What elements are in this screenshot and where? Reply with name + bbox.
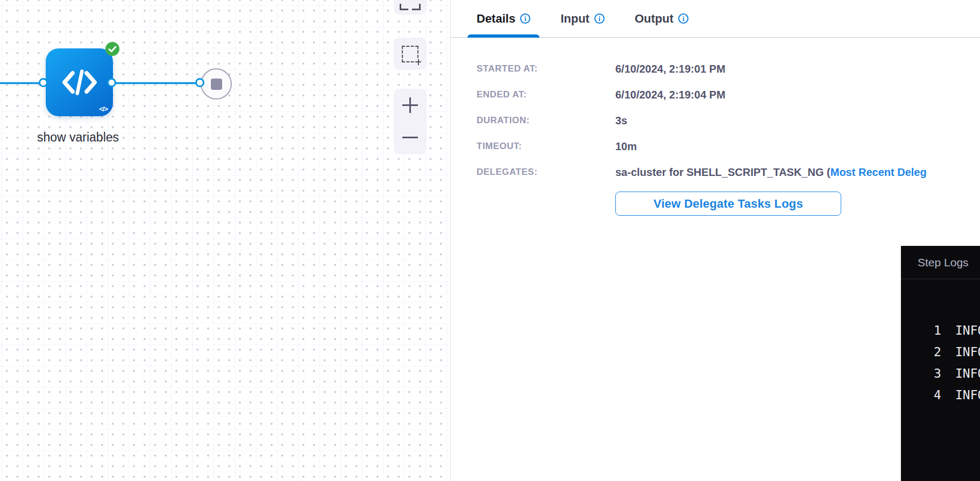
step-details-panel: Details i Input i Output i STARTED AT: 6… (450, 0, 980, 481)
view-delegate-tasks-logs-button[interactable]: View Delegate Tasks Logs (615, 192, 841, 216)
detail-row-delegates: DELEGATES: sa-cluster for SHELL_SCRIPT_T… (477, 159, 980, 185)
log-line-wrapped: 09f797b98e874a91b","Iops":3000 (934, 427, 980, 449)
step-type-code-icon: </> (99, 105, 108, 113)
fit-to-screen-button[interactable] (394, 0, 427, 15)
pipeline-execution-view: </> show variables Details i (0, 0, 980, 481)
detail-label: DURATION: (477, 115, 615, 126)
pipeline-canvas[interactable]: </> show variables (0, 0, 450, 481)
detail-label: TIMEOUT: (477, 141, 615, 152)
log-line-number: 4 (934, 384, 955, 406)
log-level: INFO (955, 341, 980, 363)
zoom-in-button[interactable] (402, 97, 418, 113)
zoom-out-button[interactable] (402, 130, 418, 145)
log-line-wrapped: {"Key":"kubernetes.io/created (934, 470, 980, 481)
log-line-number: 2 (934, 341, 955, 363)
end-node-in-port (195, 78, 204, 87)
tab-output[interactable]: Output i (626, 0, 698, 38)
log-level: INFO (955, 363, 980, 384)
step-node-label: show variables (22, 130, 134, 145)
step-logs-section: Step Logs 1INFO6/10/2024, 2:19:02 PMExec… (901, 246, 980, 481)
detail-row-started-at: STARTED AT: 6/10/2024, 2:19:01 PM (477, 56, 980, 82)
info-icon[interactable]: i (678, 13, 688, 24)
log-line: 4INFO6/10/2024, 2:19:02 PM[{"Attachments… (934, 384, 980, 406)
detail-label: ENDED AT: (477, 89, 615, 100)
duration-value: 3s (615, 115, 627, 127)
execution-details: STARTED AT: 6/10/2024, 2:19:01 PM ENDED … (451, 38, 980, 216)
marquee-select-button[interactable] (394, 38, 427, 70)
log-line: 1INFO6/10/2024, 2:19:02 PMExecuting comm… (934, 320, 980, 341)
log-console[interactable]: 1INFO6/10/2024, 2:19:02 PMExecuting comm… (901, 279, 980, 481)
info-icon[interactable]: i (594, 13, 605, 24)
tab-details-label: Details (477, 12, 515, 26)
info-icon[interactable]: i (520, 13, 530, 24)
ended-at-value: 6/10/2024, 2:19:04 PM (615, 89, 726, 101)
log-line-wrapped: 08T19:05:51.375000+00:00","En (934, 406, 980, 427)
zoom-controls (394, 89, 427, 154)
step-node-shell-script[interactable]: </> (46, 48, 113, 116)
step-logs-title: Step Logs (918, 256, 969, 269)
fit-to-screen-icon (400, 4, 421, 10)
timeout-value: 10m (615, 140, 637, 153)
tab-input-label: Input (560, 12, 590, 26)
detail-label: DELEGATES: (477, 167, 615, 178)
marquee-select-icon (402, 46, 418, 62)
most-recent-delegate-link[interactable]: Most Recent Deleg (830, 166, 927, 178)
log-level: INFO (955, 384, 980, 406)
log-line-number: 3 (934, 363, 955, 384)
started-at-value: 6/10/2024, 2:19:01 PM (615, 63, 726, 75)
log-line-number: 1 (934, 320, 955, 341)
detail-row-timeout: TIMEOUT: 10m (477, 133, 980, 159)
detail-row-duration: DURATION: 3s (477, 108, 980, 133)
detail-label: STARTED AT: (477, 63, 615, 74)
pipeline-end-node[interactable] (201, 68, 232, 100)
step-logs-header: Step Logs (901, 246, 980, 279)
delegate-name-text: sa-cluster for SHELL_SCRIPT_TASK_NG ( (615, 166, 830, 178)
success-check-icon (105, 42, 119, 56)
log-line: 3INFO6/10/2024, 2:19:02 PMus-west-2 (934, 363, 980, 384)
code-icon (60, 68, 100, 96)
detail-tabs: Details i Input i Output i (451, 0, 980, 38)
log-line-wrapped: 7e1627af5724"},{"Key":"kuberne (934, 449, 980, 470)
tab-details[interactable]: Details i (467, 0, 539, 38)
log-line: 2INFO6/10/2024, 2:19:02 PM759984737373 (934, 341, 980, 363)
delegates-value: sa-cluster for SHELL_SCRIPT_TASK_NG (Mos… (615, 166, 927, 179)
tab-input[interactable]: Input i (551, 0, 614, 38)
tab-output-label: Output (635, 12, 673, 26)
detail-row-ended-at: ENDED AT: 6/10/2024, 2:19:04 PM (477, 82, 980, 108)
node-out-port (107, 78, 116, 87)
stop-square-icon (211, 79, 222, 90)
node-in-port (39, 78, 48, 87)
log-level: INFO (955, 320, 980, 341)
